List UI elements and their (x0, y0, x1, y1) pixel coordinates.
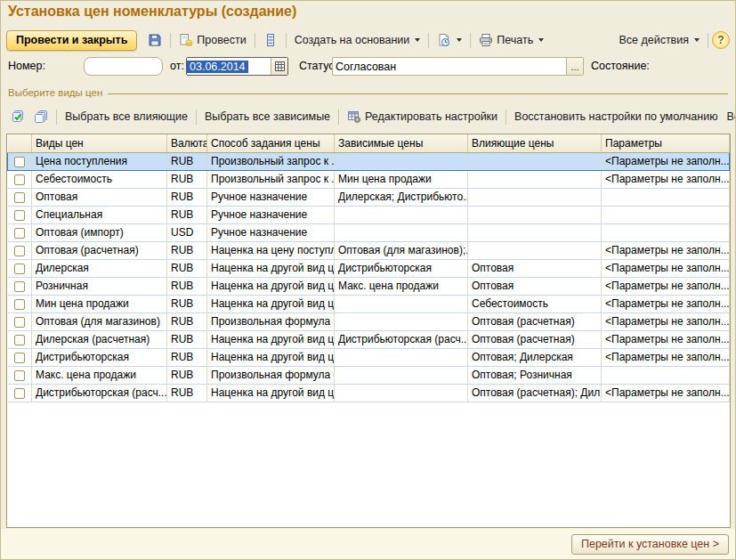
cell-currency[interactable]: RUB (167, 330, 207, 348)
cell-influencing[interactable]: Оптовая (расчетная); Дил... (468, 384, 602, 402)
row-checkbox[interactable] (14, 281, 25, 292)
cell-params[interactable]: <Параметры не заполн... (602, 384, 730, 402)
cell-params[interactable]: <Параметры не заполн... (602, 170, 730, 188)
table-row[interactable]: Специальная RUB Ручное назначение (8, 206, 730, 223)
row-checkbox[interactable] (14, 388, 25, 399)
restore-default-settings-button[interactable]: Восстановить настройки по умолчанию (510, 108, 722, 126)
cell-params[interactable]: <Параметры не заполн... (602, 152, 730, 170)
table-row[interactable]: Оптовая (для магазинов) RUB Произвольная… (8, 312, 730, 330)
cell-price-kind[interactable]: Оптовая (для магазинов) (32, 312, 167, 330)
row-checkbox[interactable] (14, 317, 25, 328)
column-header-params[interactable]: Параметры (602, 134, 730, 152)
cell-params[interactable]: <Параметры не заполн... (602, 312, 730, 330)
cell-influencing[interactable] (468, 152, 602, 170)
cell-dependent[interactable] (335, 366, 468, 384)
cell-price-kind[interactable]: Специальная (32, 206, 167, 223)
check-all-button[interactable] (6, 107, 29, 126)
select-all-influencing-button[interactable]: Выбрать все влияющие (61, 108, 192, 126)
cell-currency[interactable]: RUB (167, 295, 207, 312)
save-button[interactable] (143, 30, 166, 50)
column-header-dependent[interactable]: Зависимые цены (335, 134, 468, 152)
cell-params[interactable]: <Параметры не заполн... (602, 348, 730, 366)
row-checkbox[interactable] (14, 370, 25, 381)
cell-influencing[interactable] (468, 170, 602, 188)
uncheck-all-button[interactable] (29, 107, 53, 126)
cell-currency[interactable]: RUB (167, 312, 207, 330)
cell-currency[interactable]: RUB (167, 259, 207, 277)
column-header-method[interactable]: Способ задания цены (207, 134, 335, 152)
cell-influencing[interactable]: Оптовая; Розничная (468, 366, 602, 384)
print-button[interactable]: Печать (474, 30, 548, 50)
cell-method[interactable]: Наценка на цену поступл... (207, 241, 335, 259)
cell-params[interactable]: <Параметры не заполн... (602, 259, 730, 277)
cell-method[interactable]: Произвольная формула о... (207, 366, 335, 384)
cell-method[interactable]: Произвольный запрос к ... (207, 152, 335, 170)
row-checkbox[interactable] (14, 157, 25, 167)
cell-dependent[interactable]: Дилерская; Дистрибьюто... (335, 188, 468, 206)
cell-price-kind[interactable]: Оптовая (32, 188, 167, 206)
cell-price-kind[interactable]: Себестоимость (32, 170, 167, 188)
number-input[interactable] (84, 57, 163, 76)
cell-currency[interactable]: RUB (167, 206, 207, 223)
row-checkbox[interactable] (14, 353, 25, 363)
cell-method[interactable]: Наценка на другой вид цен (207, 259, 335, 277)
cell-dependent[interactable]: Мин цена продажи (335, 170, 468, 188)
table-row[interactable]: Дилерская RUB Наценка на другой вид цен … (8, 259, 730, 277)
cell-dependent[interactable]: Макс. цена продажи (335, 277, 468, 295)
edit-settings-button[interactable]: Редактировать настройки (343, 107, 502, 126)
status-input[interactable]: Согласован ... (332, 57, 584, 76)
cell-dependent[interactable]: Дистрибьюторская (335, 259, 468, 277)
cell-price-kind[interactable]: Макс. цена продажи (32, 366, 167, 384)
cell-price-kind[interactable]: Дилерская (расчетная) (32, 330, 167, 348)
row-checkbox-cell[interactable] (8, 366, 32, 384)
table-row[interactable]: Себестоимость RUB Произвольный запрос к … (8, 170, 730, 188)
row-checkbox-cell[interactable] (8, 277, 32, 295)
row-checkbox[interactable] (14, 174, 25, 185)
cell-dependent[interactable] (335, 384, 468, 402)
cell-method[interactable]: Наценка на другой вид цен (207, 384, 335, 402)
cell-dependent[interactable] (335, 295, 468, 312)
cell-method[interactable]: Произвольная формула о... (207, 312, 335, 330)
row-checkbox-cell[interactable] (8, 330, 32, 348)
cell-params[interactable]: <Параметры не заполн... (602, 330, 730, 348)
row-checkbox-cell[interactable] (8, 223, 32, 241)
cell-dependent[interactable] (335, 223, 468, 241)
cell-params[interactable] (602, 206, 730, 223)
cell-influencing[interactable]: Оптовая (расчетная) (468, 330, 602, 348)
table-row[interactable]: Розничная RUB Наценка на другой вид цен … (8, 277, 730, 295)
cell-price-kind[interactable]: Дилерская (32, 259, 167, 277)
cell-influencing[interactable] (468, 223, 602, 241)
row-checkbox-cell[interactable] (8, 170, 32, 188)
cell-params[interactable] (602, 188, 730, 206)
table-all-actions-button[interactable]: Все действия (723, 108, 736, 126)
cell-method[interactable]: Ручное назначение (207, 206, 335, 223)
cell-method[interactable]: Ручное назначение (207, 223, 335, 241)
cell-method[interactable]: Ручное назначение (207, 188, 335, 206)
cell-price-kind[interactable]: Оптовая (импорт) (32, 223, 167, 241)
price-kinds-table[interactable]: Виды цен Валюта Способ задания цены Зави… (6, 134, 731, 528)
cell-influencing[interactable] (468, 206, 602, 223)
row-checkbox[interactable] (14, 335, 25, 345)
cell-params[interactable]: <Параметры не заполн... (602, 295, 730, 312)
cell-currency[interactable]: RUB (167, 152, 207, 170)
row-checkbox[interactable] (14, 210, 25, 221)
table-row[interactable]: Дистрибьюторская (расч... RUB Наценка на… (8, 384, 730, 402)
help-button[interactable]: ? (712, 31, 730, 49)
cell-method[interactable]: Наценка на другой вид цен (207, 348, 335, 366)
cell-currency[interactable]: RUB (167, 366, 207, 384)
post-button[interactable]: Провести (174, 30, 250, 50)
cell-dependent[interactable] (335, 312, 468, 330)
cell-price-kind[interactable]: Цена поступления (32, 152, 167, 170)
cell-method[interactable]: Наценка на другой вид цен (207, 295, 335, 312)
row-checkbox-cell[interactable] (8, 312, 32, 330)
cell-influencing[interactable]: Себестоимость (468, 295, 602, 312)
cell-dependent[interactable] (335, 152, 468, 170)
cell-influencing[interactable] (468, 241, 602, 259)
row-checkbox-cell[interactable] (8, 348, 32, 366)
calendar-picker-button[interactable] (271, 58, 287, 75)
cell-influencing[interactable]: Оптовая (468, 259, 602, 277)
cell-price-kind[interactable]: Дистрибьюторская (32, 348, 167, 366)
row-checkbox-cell[interactable] (8, 206, 32, 223)
goto-price-setting-button[interactable]: Перейти к установке цен > (571, 534, 729, 555)
table-row[interactable]: Оптовая (импорт) USD Ручное назначение (8, 223, 730, 241)
